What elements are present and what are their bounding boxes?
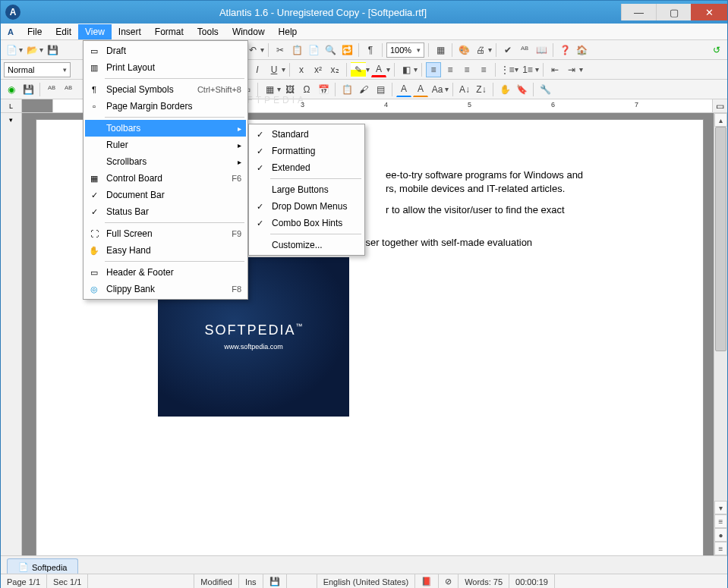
view-status-bar[interactable]: ✓Status Bar [85,203,246,220]
font-color-icon[interactable]: A [371,62,386,77]
italic-icon[interactable]: I [250,62,265,77]
view-special-symbols[interactable]: ¶Special SymbolsCtrl+Shift+8 [85,81,246,98]
toolbars-extended[interactable]: ✓Extended [251,159,363,176]
spellcheck2-icon[interactable]: ᴬᴮ [44,82,59,97]
easy-hand-icon[interactable]: ✋ [497,82,512,97]
thesaurus-icon[interactable]: 📖 [534,42,549,58]
vertical-ruler[interactable]: ▾ [1,113,22,555]
menu-file[interactable]: File [20,24,49,39]
align-left-icon[interactable]: ≡ [426,62,441,77]
toolbars-formatting[interactable]: ✓Formatting [251,143,363,159]
check-icon: ✓ [257,130,263,140]
status-spell-icon[interactable]: 📕 [415,574,439,588]
status-ins[interactable]: Ins [239,574,263,588]
open-icon[interactable]: 📂 [24,42,39,58]
view-print-layout[interactable]: ▥Print Layout [85,59,246,76]
sort-desc-icon[interactable]: Z↓ [474,82,489,97]
menu-insert[interactable]: Insert [112,24,148,39]
autocorrect-icon[interactable]: ᴬᴮ [517,42,532,58]
toolbar-options-icon[interactable]: ↺ [709,42,724,58]
format-paint-icon[interactable]: 🖌 [356,82,371,97]
toolbars-customize[interactable]: Customize... [251,237,363,253]
menu-edit[interactable]: Edit [49,24,78,39]
menu-view[interactable]: View [78,24,112,39]
align-center-icon[interactable]: ≡ [443,62,458,77]
insert-date-icon[interactable]: 📅 [316,82,331,97]
view-document-bar[interactable]: ✓Document Bar [85,187,246,203]
view-scrollbars[interactable]: Scrollbars▸ [85,153,246,170]
help-icon[interactable]: ❓ [557,42,572,58]
align-justify-icon[interactable]: ≡ [476,62,491,77]
print-icon[interactable]: 🖨 [473,42,488,58]
header-footer-icon: ▭ [88,266,100,278]
menu-help[interactable]: Help [272,24,304,39]
view-clippy-bank[interactable]: ◎Clippy BankF8 [85,281,246,297]
sort-asc-icon[interactable]: A↓ [457,82,472,97]
document-tab[interactable]: 📄 Softpedia [7,558,78,574]
scroll-down-icon[interactable]: ▾ [714,501,727,514]
align-right-icon[interactable]: ≡ [459,62,474,77]
view-draft[interactable]: ▭Draft [85,42,246,59]
view-ruler[interactable]: Ruler▸ [85,137,246,153]
next-page-icon[interactable]: ≡ [714,542,727,555]
char-format-icon[interactable]: A [396,82,411,97]
toolbars-large-buttons[interactable]: Large Buttons [251,181,363,198]
view-control-board[interactable]: ▦Control BoardF6 [85,170,246,187]
control-board-icon[interactable]: ▦ [433,42,448,58]
para-format-icon[interactable]: A [413,82,428,97]
view-easy-hand[interactable]: ✋Easy Hand [85,242,246,259]
zoom-combo[interactable]: 100% [386,42,424,58]
cut-icon[interactable]: ✂ [273,42,288,58]
menu-window[interactable]: Window [225,24,272,39]
menu-tools[interactable]: Tools [191,24,225,39]
view-header-footer[interactable]: ▭Header & Footer [85,264,246,281]
superscript-icon[interactable]: x² [310,62,326,77]
minimize-button[interactable]: — [621,4,656,20]
subscript-icon[interactable]: x₂ [327,62,342,77]
save-icon[interactable]: 💾 [45,42,60,58]
outdent-icon[interactable]: ⇤ [547,62,563,77]
styles-icon[interactable]: ▤ [373,82,388,97]
numbering-icon[interactable]: 1≡ [520,62,535,77]
vertical-scrollbar[interactable]: ▴ ▾ ≡ ● ≡ [714,113,727,555]
palette-icon[interactable]: 🎨 [456,42,471,58]
change-case-icon[interactable]: Aa [430,82,445,97]
eraser-icon[interactable]: ◧ [399,62,414,77]
bookmark-icon[interactable]: 🔖 [514,82,529,97]
pilcrow-icon[interactable]: ¶ [363,42,378,58]
thesaurus2-icon[interactable]: ᴬᴮ [61,82,76,97]
highlight-icon[interactable]: ✎ [351,62,366,77]
copy-icon[interactable]: 📋 [289,42,304,58]
toolbars-combo-hints[interactable]: ✓Combo Box Hints [251,215,363,231]
close-button[interactable]: ✕ [691,4,727,20]
view-page-margins[interactable]: ▫Page Margin Borders [85,98,246,115]
toolbars-dropdown-menus[interactable]: ✓Drop Down Menus [251,198,363,215]
strike-icon[interactable]: x [294,62,309,77]
scroll-thumb[interactable] [715,127,726,351]
view-full-screen[interactable]: ⛶Full ScreenF9 [85,225,246,242]
template-icon[interactable]: ◉ [4,82,19,97]
scroll-up-icon[interactable]: ▴ [714,113,727,127]
find-icon[interactable]: 🔍 [323,42,338,58]
spellcheck-icon[interactable]: ✔ [500,42,515,58]
home-icon[interactable]: 🏠 [574,42,589,58]
save-as-icon[interactable]: 💾 [20,82,36,97]
underline-icon[interactable]: U [266,62,282,77]
toolbars-standard[interactable]: ✓Standard [251,126,363,143]
browse-object-icon[interactable]: ● [714,528,727,542]
clipboard-icon[interactable]: 📋 [339,82,355,97]
status-language[interactable]: English (United States) [317,574,416,588]
replace-icon[interactable]: 🔁 [339,42,355,58]
maximize-button[interactable]: ▢ [656,4,691,20]
status-disabled-icon[interactable]: ⊘ [439,574,459,588]
tools-icon[interactable]: 🔧 [537,82,553,97]
paste-icon[interactable]: 📄 [306,42,321,58]
menu-format[interactable]: Format [148,24,191,39]
status-save-icon[interactable]: 💾 [263,574,287,588]
indent-icon[interactable]: ⇥ [564,62,579,77]
prev-page-icon[interactable]: ≡ [714,514,727,528]
bullets-icon[interactable]: ⋮≡ [500,62,515,77]
view-toolbars[interactable]: Toolbars▸ [85,120,246,137]
new-doc-icon[interactable]: 📄 [4,42,19,58]
style-combo[interactable]: Normal [4,62,71,77]
